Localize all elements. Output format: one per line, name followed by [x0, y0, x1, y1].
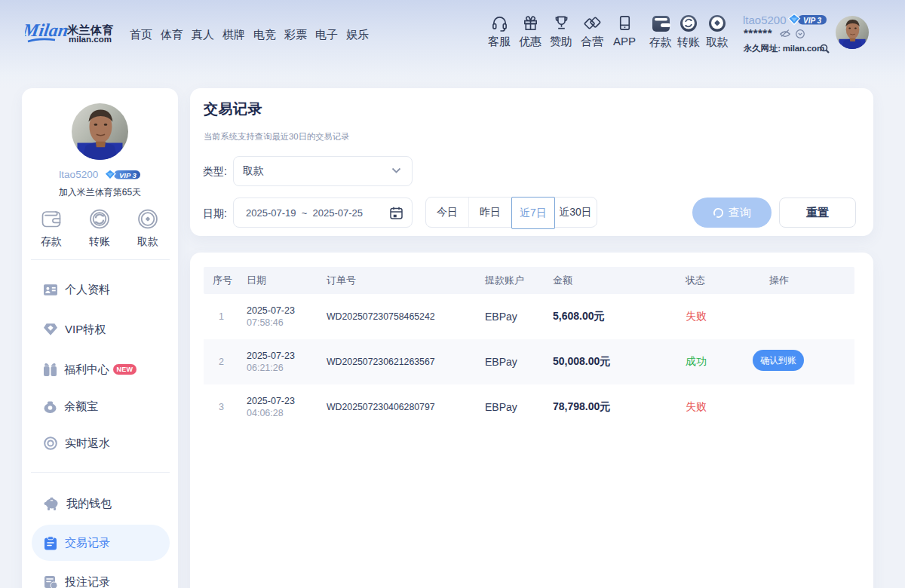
svg-text:VIP 3: VIP 3 [119, 171, 137, 179]
svg-text:Milan: Milan [25, 20, 69, 40]
svg-text:VIP 3: VIP 3 [803, 17, 822, 25]
